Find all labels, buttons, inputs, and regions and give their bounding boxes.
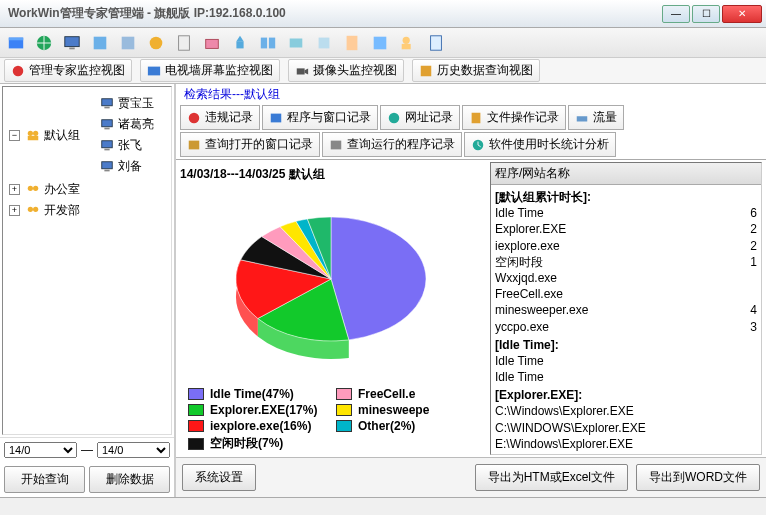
- svg-rect-4: [69, 47, 74, 49]
- tree-member[interactable]: 诸葛亮: [100, 114, 154, 135]
- record-tab[interactable]: 文件操作记录: [462, 105, 566, 130]
- toolbar-icon-globe[interactable]: [32, 31, 56, 55]
- svg-rect-16: [374, 36, 387, 49]
- svg-point-20: [13, 65, 24, 76]
- toolbar-icon-14[interactable]: [368, 31, 392, 55]
- window-title: WorkWin管理专家管理端 - 旗舰版 IP:192.168.0.100: [4, 5, 662, 22]
- svg-point-37: [28, 206, 33, 211]
- export-word-button[interactable]: 导出到WORD文件: [636, 464, 760, 491]
- record-subtab[interactable]: 软件使用时长统计分析: [464, 132, 616, 157]
- svg-rect-12: [269, 37, 275, 48]
- export-html-excel-button[interactable]: 导出为HTM或Excel文件: [475, 464, 628, 491]
- computer-icon: [100, 160, 114, 174]
- tree-member[interactable]: 张飞: [100, 135, 154, 156]
- svg-point-39: [189, 112, 200, 123]
- record-tabs-secondary: 查询打开的窗口记录查询运行的程序记录软件使用时长统计分析: [176, 130, 766, 160]
- svg-rect-28: [104, 106, 109, 108]
- maximize-button[interactable]: ☐: [692, 5, 720, 23]
- expand-icon[interactable]: +: [9, 184, 20, 195]
- toolbar-icon-15[interactable]: [396, 31, 420, 55]
- svg-rect-23: [421, 65, 432, 76]
- toolbar-icon-4[interactable]: [88, 31, 112, 55]
- svg-rect-29: [102, 119, 113, 126]
- chart-legend: Idle Time(47%)FreeCell.eExplorer.EXE(17%…: [180, 383, 482, 456]
- svg-point-24: [28, 131, 33, 136]
- toolbar-icon-16[interactable]: [424, 31, 448, 55]
- group-icon: [26, 204, 40, 218]
- date-from-select[interactable]: 14/0: [4, 442, 77, 458]
- toolbar-icon-monitor[interactable]: [60, 31, 84, 55]
- svg-rect-10: [236, 41, 243, 48]
- svg-point-35: [28, 185, 33, 190]
- svg-rect-1: [9, 37, 23, 40]
- toolbar-icon-13[interactable]: [340, 31, 364, 55]
- tree-member[interactable]: 贾宝玉: [100, 93, 154, 114]
- svg-rect-26: [28, 136, 39, 140]
- svg-rect-15: [347, 35, 358, 49]
- svg-rect-3: [65, 36, 79, 46]
- system-settings-button[interactable]: 系统设置: [182, 464, 256, 491]
- delete-data-button[interactable]: 删除数据: [89, 466, 170, 493]
- pie-chart: [226, 189, 436, 379]
- tree-root: 默认组: [44, 127, 80, 144]
- svg-rect-9: [206, 39, 219, 48]
- record-tab[interactable]: 违规记录: [180, 105, 260, 130]
- svg-rect-34: [104, 169, 109, 171]
- svg-point-25: [33, 131, 38, 136]
- svg-rect-14: [319, 37, 330, 48]
- toolbar-icon-5[interactable]: [116, 31, 140, 55]
- toolbar-icon-8[interactable]: [200, 31, 224, 55]
- date-to-select[interactable]: 14/0: [97, 442, 170, 458]
- svg-rect-33: [102, 161, 113, 168]
- group-icon: [26, 183, 40, 197]
- start-query-button[interactable]: 开始查询: [4, 466, 85, 493]
- svg-point-17: [403, 36, 410, 43]
- view-tab-history[interactable]: 历史数据查询视图: [412, 59, 540, 82]
- expand-icon[interactable]: −: [9, 130, 20, 141]
- svg-rect-31: [102, 140, 113, 147]
- toolbar-icon-12[interactable]: [312, 31, 336, 55]
- svg-rect-44: [189, 140, 200, 149]
- svg-rect-30: [104, 127, 109, 129]
- svg-rect-22: [297, 68, 305, 74]
- toolbar-icon-11[interactable]: [284, 31, 308, 55]
- svg-point-7: [150, 36, 163, 49]
- close-button[interactable]: ✕: [722, 5, 762, 23]
- record-tab[interactable]: 网址记录: [380, 105, 460, 130]
- record-tab[interactable]: 流量: [568, 105, 624, 130]
- svg-rect-32: [104, 148, 109, 150]
- view-tab-camera[interactable]: 摄像头监控视图: [288, 59, 404, 82]
- svg-point-38: [33, 206, 38, 211]
- toolbar-icon-9[interactable]: [228, 31, 252, 55]
- view-tab-tvwall[interactable]: 电视墙屏幕监控视图: [140, 59, 280, 82]
- expand-icon[interactable]: +: [9, 205, 20, 216]
- svg-rect-43: [577, 116, 588, 121]
- toolbar-icon-7[interactable]: [172, 31, 196, 55]
- toolbar-icon-6[interactable]: [144, 31, 168, 55]
- view-tabs: 管理专家监控视图 电视墙屏幕监控视图 摄像头监控视图 历史数据查询视图: [0, 58, 766, 84]
- record-subtab[interactable]: 查询打开的窗口记录: [180, 132, 320, 157]
- svg-rect-5: [94, 36, 107, 49]
- window-titlebar: WorkWin管理专家管理端 - 旗舰版 IP:192.168.0.100 — …: [0, 0, 766, 28]
- main-toolbar: [0, 28, 766, 58]
- status-bar: [0, 497, 766, 515]
- toolbar-icon-1[interactable]: [4, 31, 28, 55]
- svg-rect-21: [148, 66, 160, 75]
- view-tab-monitor[interactable]: 管理专家监控视图: [4, 59, 132, 82]
- svg-rect-27: [102, 98, 113, 105]
- minimize-button[interactable]: —: [662, 5, 690, 23]
- tree-member[interactable]: 刘备: [100, 156, 154, 177]
- chart-title: 14/03/18---14/03/25 默认组: [180, 164, 482, 185]
- svg-point-36: [33, 185, 38, 190]
- toolbar-icon-10[interactable]: [256, 31, 280, 55]
- computer-icon: [100, 97, 114, 111]
- record-subtab[interactable]: 查询运行的程序记录: [322, 132, 462, 157]
- svg-rect-19: [431, 35, 442, 49]
- group-icon: [26, 128, 40, 142]
- svg-rect-40: [271, 113, 282, 122]
- group-tree[interactable]: − 默认组 贾宝玉诸葛亮张飞刘备 +办公室 +开发部: [2, 86, 172, 435]
- search-result-label: 检索结果---默认组: [176, 84, 766, 105]
- list-header: 程序/网站名称: [491, 163, 761, 185]
- list-body[interactable]: [默认组累计时长]:Idle Time6Explorer.EXE2iexplor…: [491, 185, 761, 454]
- record-tab[interactable]: 程序与窗口记录: [262, 105, 378, 130]
